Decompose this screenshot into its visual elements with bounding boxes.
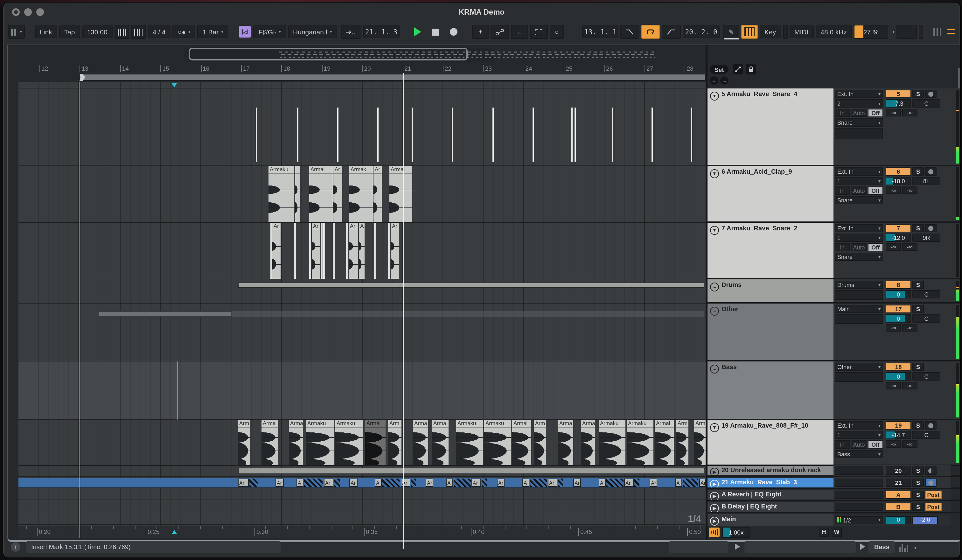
clip[interactable] <box>309 223 311 279</box>
send-b-field[interactable]: -∞ <box>902 186 917 194</box>
volume-field[interactable]: 0 <box>886 290 911 299</box>
clip[interactable]: Ar <box>333 166 342 222</box>
output-channel-box[interactable] <box>835 128 883 139</box>
arm-button[interactable] <box>925 466 936 475</box>
clip[interactable]: A <box>522 479 529 487</box>
set-locator-button[interactable]: Set <box>710 65 728 74</box>
punch-in-field[interactable]: 13. 1. 1 <box>582 26 619 38</box>
send-b-field[interactable]: -∞ <box>902 324 917 332</box>
main-volume-field[interactable]: 0 <box>886 516 911 524</box>
input-channel-menu[interactable]: 1 <box>835 431 883 439</box>
lane-group-bass[interactable] <box>18 361 705 420</box>
monitor-auto[interactable]: Auto <box>851 186 867 195</box>
pre-post-toggle[interactable]: Post <box>925 503 942 511</box>
pan-field[interactable]: 9R <box>912 234 940 242</box>
clip-fade-stripe[interactable] <box>383 479 400 487</box>
group-icon[interactable]: ≡ <box>710 307 719 316</box>
fold-icon[interactable]: ▶ <box>710 468 719 475</box>
track-name[interactable]: 7 Armaku_Rave_Snare_2 <box>722 224 797 232</box>
solo-button[interactable]: S <box>912 491 924 499</box>
monitor-off[interactable]: Off <box>868 109 883 117</box>
clip-tick[interactable] <box>533 108 534 163</box>
solo-button[interactable]: S <box>912 224 924 232</box>
track-name[interactable]: Other <box>722 305 738 313</box>
volume-field[interactable]: 0 <box>886 315 911 323</box>
return-a-header[interactable]: ▶A Reverb | EQ Eight ASPost <box>707 490 961 501</box>
bar-number[interactable]: 26 <box>604 65 613 72</box>
clip[interactable]: Ar <box>401 479 410 487</box>
clip-tick[interactable] <box>412 108 413 163</box>
status-field-2[interactable] <box>744 541 856 553</box>
monitor-auto[interactable]: Auto <box>851 109 867 117</box>
track-name[interactable]: 20 Unreleased armaku donk rack <box>722 466 821 473</box>
punch-out-field[interactable]: 20. 2. 0 <box>683 26 720 38</box>
send-a-field[interactable]: -∞ <box>886 186 901 194</box>
overview-viewport[interactable] <box>189 48 468 60</box>
monitor-switch[interactable]: In Auto Off <box>835 441 883 449</box>
track-header-5[interactable]: ▼5 Armaku_Rave_Snare_4 Ext. In 2 In Auto… <box>707 89 961 166</box>
send-b-field[interactable]: -∞ <box>902 441 917 448</box>
clip-fade-stripe[interactable] <box>454 479 471 487</box>
pan-field[interactable]: 8L <box>912 177 940 185</box>
clip-fade-stripe[interactable] <box>558 479 563 487</box>
track-header-6[interactable]: ▼6 Armaku_Acid_Clap_9 Ext. In 1 In Auto … <box>707 166 961 223</box>
clip[interactable]: Arma <box>432 420 449 465</box>
clip[interactable]: Ar <box>650 479 657 487</box>
clip[interactable]: Armal <box>655 420 674 465</box>
monitor-auto[interactable]: Auto <box>851 441 867 449</box>
main-track-header[interactable]: ▶Main 1/2 0-2.0 <box>707 514 961 526</box>
bar-number[interactable]: 22 <box>443 65 451 72</box>
unfold-icon[interactable]: ▼ <box>710 423 719 432</box>
input-type-menu[interactable]: Ext. In <box>835 90 883 98</box>
clip[interactable]: Ar <box>699 479 705 487</box>
pan-field[interactable]: C <box>912 290 940 299</box>
clip[interactable]: Armaku_ <box>335 420 363 465</box>
bar-number[interactable]: 25 <box>564 65 572 72</box>
info-icon[interactable]: i <box>11 542 20 552</box>
lane-track-21-selected[interactable]: ArArAArArAArArAArArAArArAArArAAr <box>18 478 705 488</box>
clip-tick[interactable] <box>652 108 653 163</box>
clip[interactable]: Arma <box>261 420 278 465</box>
solo-button[interactable]: S <box>912 363 924 371</box>
volume-field[interactable]: 0 <box>886 372 911 381</box>
clip[interactable]: Ar <box>426 479 433 487</box>
return-b-header[interactable]: ▶B Delay | EQ Eight BSPost <box>707 502 961 513</box>
clip[interactable]: Arma <box>694 420 705 465</box>
bar-number[interactable]: 15 <box>160 65 169 72</box>
monitor-off[interactable]: Off <box>868 243 883 251</box>
clip[interactable]: Ar <box>573 479 581 487</box>
output-menu[interactable]: Drums <box>835 281 883 289</box>
track-activator[interactable]: 20 <box>886 466 911 475</box>
volume-field[interactable]: -14.7 <box>886 431 911 439</box>
output-menu[interactable]: Main <box>835 305 883 313</box>
track-name[interactable]: 6 Armaku_Acid_Clap_9 <box>722 168 792 175</box>
monitor-in[interactable]: In <box>835 186 850 195</box>
track-activator[interactable]: 18 <box>886 363 911 371</box>
clip[interactable] <box>346 223 348 279</box>
send-a-field[interactable]: -∞ <box>886 441 901 448</box>
bar-number[interactable]: 28 <box>685 65 694 72</box>
time-label[interactable]: 0:35 <box>364 528 378 536</box>
status-play-icon-1[interactable] <box>735 544 740 550</box>
clip-tick[interactable] <box>612 108 613 163</box>
solo-button[interactable]: S <box>912 167 924 176</box>
re-enable-automation-icon[interactable]: ← <box>511 25 528 39</box>
height-zoom-button[interactable]: H <box>819 527 829 537</box>
send-a-field[interactable]: -∞ <box>886 243 901 251</box>
lane-return-a[interactable] <box>18 489 705 500</box>
bar-number[interactable]: 19 <box>322 65 331 72</box>
clip[interactable] <box>295 166 300 222</box>
return-activator[interactable]: B <box>886 503 911 511</box>
arm-button[interactable] <box>925 167 936 176</box>
unfold-icon[interactable]: ▼ <box>710 226 719 235</box>
clip[interactable]: A <box>599 479 606 487</box>
output-menu[interactable]: Snare <box>835 118 883 127</box>
clip-fade-stripe[interactable] <box>530 479 547 487</box>
time-label[interactable]: 0:30 <box>255 528 268 536</box>
clip[interactable]: Arm <box>676 420 688 465</box>
tempo-field[interactable]: 130.00 <box>82 26 112 38</box>
track-activator[interactable]: 19 <box>886 421 911 429</box>
clip-fade-stripe[interactable] <box>683 479 698 487</box>
volume-field[interactable]: -7.3 <box>886 99 911 108</box>
arrangement-overview[interactable] <box>184 48 494 62</box>
